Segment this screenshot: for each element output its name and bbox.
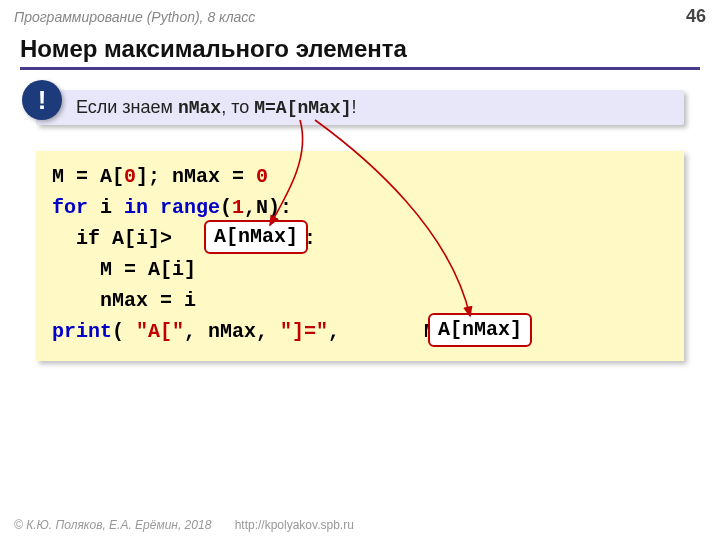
slide-header: Программирование (Python), 8 класс 46 (0, 0, 720, 29)
c6s1: "A[" (136, 320, 184, 343)
code-box: M = A[0]; nMax = 0 for i in range(1,N): … (36, 151, 684, 361)
tip-mono2: M=A[nMax] (254, 98, 351, 118)
footer: © К.Ю. Поляков, Е.А. Ерёмин, 2018 http:/… (14, 518, 354, 532)
c2f: ,N): (244, 196, 292, 219)
code-line-6: print( "A[", nMax, "]=", M ) (52, 316, 668, 347)
exclaim-icon: ! (22, 80, 62, 120)
code-line-4: M = A[i] (52, 254, 668, 285)
tip-box: Если знаем nMax, то M=A[nMax]! (36, 90, 684, 125)
tip-mid: , то (221, 97, 254, 117)
course-label: Программирование (Python), 8 класс (14, 9, 255, 25)
c4a: M = A[i] (52, 258, 196, 281)
code-line-2: for i in range(1,N): (52, 192, 668, 223)
c1z2: 0 (256, 165, 268, 188)
tip-text: Если знаем nMax, то M=A[nMax]! (76, 97, 356, 117)
page-number: 46 (686, 6, 706, 27)
code-line-5: nMax = i (52, 285, 668, 316)
tip-mono1: nMax (178, 98, 221, 118)
c2b: i (88, 196, 124, 219)
c2d: range (148, 196, 220, 219)
page-title: Номер максимального элемента (20, 35, 700, 63)
c1b: ]; nMax = (136, 165, 256, 188)
code-line-3: if A[i]> M : (52, 223, 668, 254)
c6s2: "]=" (280, 320, 328, 343)
code-line-1: M = A[0]; nMax = 0 (52, 161, 668, 192)
tip-row: ! Если знаем nMax, то M=A[nMax]! (36, 90, 684, 125)
overlay-anmax-2: A[nMax] (428, 313, 532, 347)
c6m: M (352, 320, 436, 343)
c2one: 1 (232, 196, 244, 219)
c1z: 0 (124, 165, 136, 188)
c1a: M = A[ (52, 165, 124, 188)
c6d: , (328, 320, 352, 343)
c2e: ( (220, 196, 232, 219)
tip-post: ! (351, 97, 356, 117)
c2c: in (124, 196, 148, 219)
title-underline (20, 67, 700, 70)
c6a: print (52, 320, 112, 343)
overlay-anmax-1: A[nMax] (204, 220, 308, 254)
c6c: , nMax, (184, 320, 280, 343)
c6b: ( (112, 320, 136, 343)
tip-pre: Если знаем (76, 97, 178, 117)
copyright: © К.Ю. Поляков, Е.А. Ерёмин, 2018 (14, 518, 211, 532)
footer-url: http://kpolyakov.spb.ru (235, 518, 354, 532)
title-block: Номер максимального элемента (0, 29, 720, 74)
c2a: for (52, 196, 88, 219)
c5a: nMax = i (52, 289, 196, 312)
